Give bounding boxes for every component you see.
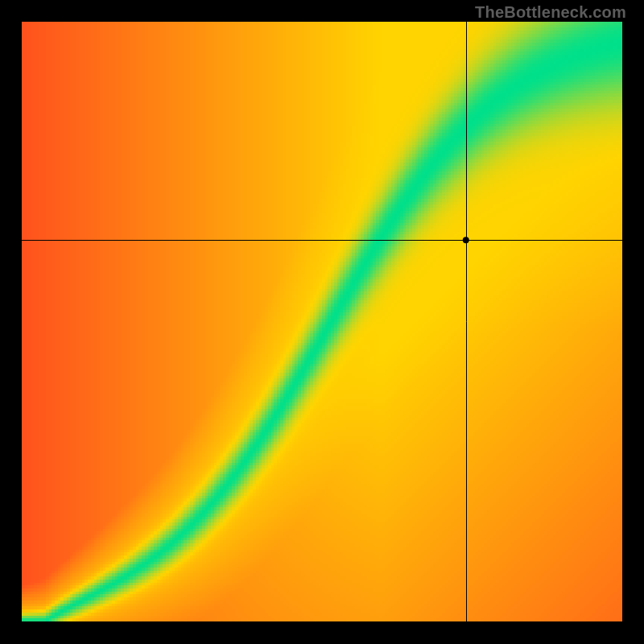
watermark-text: TheBottleneck.com — [475, 3, 626, 22]
chart-stage: TheBottleneck.com — [0, 0, 644, 644]
overlay-canvas — [22, 22, 622, 621]
